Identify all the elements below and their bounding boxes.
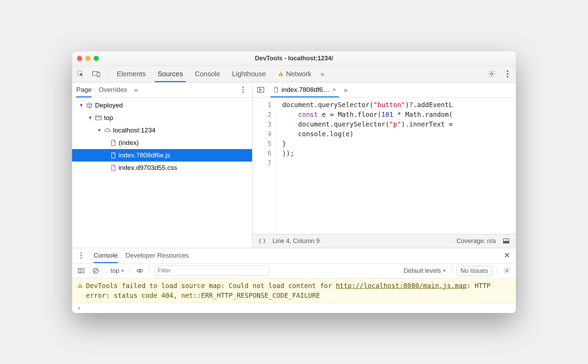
main-toolbar: Elements Sources Console Lighthouse Netw…	[72, 66, 516, 83]
separator	[497, 267, 497, 275]
close-tab-icon[interactable]: ×	[332, 86, 336, 94]
separator	[149, 267, 150, 275]
drawer-tab-devres[interactable]: Developer Resources	[126, 248, 189, 263]
cube-icon	[86, 102, 93, 109]
tree-file-js[interactable]: index.7808df6e.js	[72, 149, 252, 162]
svg-rect-2	[97, 72, 100, 77]
svg-line-24	[94, 269, 97, 272]
tree-label: Deployed	[95, 102, 123, 109]
svg-rect-17	[503, 241, 509, 243]
console-prompt[interactable]: ›	[72, 303, 516, 313]
tree-file-index[interactable]: (index)	[72, 137, 252, 149]
device-toolbar-icon[interactable]	[92, 69, 101, 79]
filter-input[interactable]	[155, 266, 269, 276]
tab-lighthouse[interactable]: Lighthouse	[229, 66, 269, 82]
close-drawer-icon[interactable]: ✕	[502, 251, 512, 260]
tab-network[interactable]: Network	[275, 66, 314, 82]
warning-icon	[77, 283, 83, 289]
main-area: Page Overrides » ▼ Deployed ▼ top	[72, 83, 516, 248]
navigator-pane: Page Overrides » ▼ Deployed ▼ top	[72, 83, 252, 248]
line-gutter: 1234567	[252, 98, 277, 234]
tab-sources[interactable]: Sources	[155, 66, 185, 82]
separator	[130, 267, 130, 275]
document-icon	[110, 152, 116, 159]
expand-arrow-icon: ▼	[79, 103, 84, 108]
pretty-print-icon[interactable]	[257, 236, 267, 246]
expand-arrow-icon: ▼	[97, 128, 102, 133]
cursor-position: Line 4, Column 9	[273, 237, 320, 245]
tree-top[interactable]: ▼ top	[72, 112, 252, 124]
svg-rect-3	[280, 73, 281, 75]
more-tabs-icon[interactable]: »	[320, 70, 323, 78]
editor-pane: index.7808df6… × » 1234567 document.quer…	[252, 83, 516, 248]
clear-console-icon[interactable]	[91, 266, 101, 276]
editor-tab[interactable]: index.7808df6… ×	[270, 83, 339, 97]
svg-point-26	[506, 270, 508, 272]
tab-network-label: Network	[286, 70, 311, 78]
coverage-status: Coverage: n/a	[457, 237, 496, 245]
navigator-tab-overrides[interactable]: Overrides	[98, 83, 127, 97]
separator	[107, 70, 108, 78]
document-icon	[273, 87, 279, 93]
svg-point-10	[242, 89, 244, 90]
svg-point-18	[80, 252, 82, 254]
tree-label: (index)	[119, 139, 139, 147]
document-icon	[110, 139, 116, 146]
issues-button[interactable]: No Issues	[457, 266, 492, 276]
editor-more-tabs-icon[interactable]: »	[344, 86, 346, 94]
navigator-menu-icon[interactable]	[238, 85, 248, 95]
svg-rect-21	[78, 269, 84, 273]
svg-point-7	[507, 73, 508, 75]
document-icon	[110, 164, 116, 171]
editor-tab-label: index.7808df6…	[282, 86, 329, 94]
console-toolbar: top ▼ Default levels ▼ No Issues	[72, 263, 516, 279]
context-label: top	[111, 267, 119, 275]
tab-elements[interactable]: Elements	[114, 66, 148, 82]
console-settings-icon[interactable]	[502, 266, 512, 276]
svg-point-8	[507, 76, 508, 77]
inspect-element-icon[interactable]	[76, 69, 85, 79]
context-selector[interactable]: top ▼	[111, 267, 125, 275]
levels-label: Default levels	[404, 267, 441, 275]
warning-link[interactable]: http://localhost:8080/main.js.map	[336, 282, 467, 289]
log-levels-selector[interactable]: Default levels ▼	[404, 267, 447, 275]
tree-deployed[interactable]: ▼ Deployed	[72, 99, 252, 112]
titlebar: DevTools - localhost:1234/	[72, 51, 516, 66]
svg-rect-27	[80, 285, 80, 286]
drawer: Console Developer Resources ✕ top ▼	[72, 248, 516, 313]
tree-origin[interactable]: ▼ localhost:1234	[72, 124, 252, 137]
warning-icon	[278, 71, 284, 77]
svg-rect-4	[280, 75, 281, 76]
tree-label: index.d9703d55.css	[119, 164, 177, 172]
svg-point-19	[80, 255, 82, 256]
code-lines: document.querySelector("button")?.addEve…	[277, 98, 453, 234]
kebab-menu-icon[interactable]	[503, 69, 512, 79]
code-editor[interactable]: 1234567 document.querySelector("button")…	[252, 98, 516, 234]
console-warning-row[interactable]: DevTools failed to load source map: Coul…	[72, 279, 516, 303]
svg-point-6	[507, 70, 508, 72]
navigator-more-tabs-icon[interactable]: »	[134, 86, 137, 94]
editor-tabs: index.7808df6… × »	[252, 83, 516, 98]
toggle-navigator-icon[interactable]	[256, 85, 266, 95]
svg-point-25	[139, 270, 140, 271]
drawer-tab-console[interactable]: Console	[94, 248, 118, 263]
svg-rect-12	[96, 116, 102, 120]
show-drawer-icon[interactable]	[501, 236, 511, 246]
separator	[105, 267, 106, 275]
navigator-tabs: Page Overrides »	[72, 83, 252, 98]
console-sidebar-toggle-icon[interactable]	[76, 266, 86, 276]
tree-label: localhost:1234	[113, 127, 156, 134]
tree-file-css[interactable]: index.d9703d55.css	[72, 162, 252, 174]
editor-statusbar: Line 4, Column 9 Coverage: n/a	[252, 234, 516, 248]
svg-point-5	[491, 73, 493, 75]
settings-icon[interactable]	[487, 69, 496, 79]
navigator-tab-page[interactable]: Page	[76, 83, 92, 97]
svg-point-11	[242, 92, 244, 93]
chevron-down-icon: ▼	[121, 268, 125, 273]
live-expression-icon[interactable]	[135, 266, 145, 276]
svg-rect-28	[80, 286, 80, 287]
drawer-menu-icon[interactable]	[76, 251, 86, 260]
tab-console[interactable]: Console	[192, 66, 223, 82]
warning-text: DevTools failed to load source map: Coul…	[86, 281, 511, 300]
frame-icon	[95, 115, 102, 121]
